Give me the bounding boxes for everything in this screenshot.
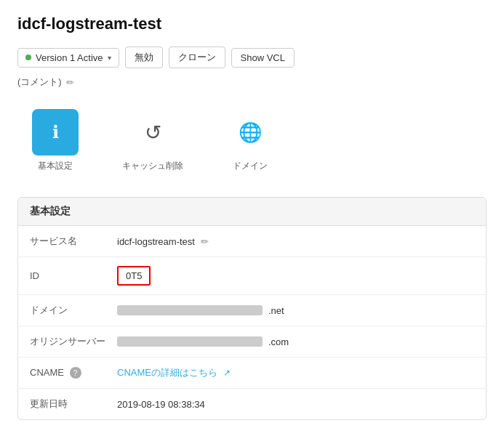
version-label: Version 1 Active <box>36 52 103 63</box>
id-box: 0T5 <box>117 266 151 286</box>
domain-blurred <box>117 305 263 315</box>
basic-settings-icon: ℹ <box>32 109 79 156</box>
show-vcl-button[interactable]: Show VCL <box>231 48 295 68</box>
cname-row: CNAME ? CNAMEの詳細はこちら ↗ <box>18 358 486 389</box>
domain-row: ドメイン .net <box>18 295 486 326</box>
external-link-icon: ↗ <box>223 368 231 378</box>
id-label: ID <box>30 270 117 281</box>
domain-label: ドメイン <box>30 304 117 317</box>
cache-purge-icon: ↺ <box>129 109 176 156</box>
chevron-down-icon: ▾ <box>108 54 111 62</box>
comment-row: (コメント) ✏ <box>17 76 487 89</box>
nav-label-basic: 基本設定 <box>38 160 73 172</box>
service-name-row: サービス名 idcf-logstream-test ✏ <box>18 226 486 257</box>
cname-link[interactable]: CNAMEの詳細はこちら <box>117 366 217 379</box>
nav-item-cache[interactable]: ↺ キャッシュ削除 <box>122 109 183 172</box>
origin-server-blurred <box>117 336 263 347</box>
updated-at-value: 2019-08-19 08:38:34 <box>117 399 474 410</box>
updated-at-text: 2019-08-19 08:38:34 <box>117 399 205 410</box>
service-name-value: idcf-logstream-test ✏ <box>117 236 474 247</box>
edit-service-name-icon[interactable]: ✏ <box>201 236 209 247</box>
domain-value: .net <box>117 305 474 316</box>
cname-label: CNAME ? <box>30 367 117 379</box>
service-name-text: idcf-logstream-test <box>117 236 195 247</box>
nav-icons: ℹ 基本設定 ↺ キャッシュ削除 🌐 ドメイン <box>17 102 487 179</box>
toolbar: Version 1 Active ▾ 無効 クローン Show VCL <box>17 47 487 68</box>
domain-suffix: .net <box>268 305 284 316</box>
page-title: idcf-logstream-test <box>17 15 487 33</box>
nav-item-basic[interactable]: ℹ 基本設定 <box>32 109 79 172</box>
version-button[interactable]: Version 1 Active ▾ <box>17 48 119 68</box>
updated-at-row: 更新日時 2019-08-19 08:38:34 <box>18 389 486 419</box>
service-name-label: サービス名 <box>30 235 117 248</box>
disable-button[interactable]: 無効 <box>125 47 163 68</box>
basic-settings-section: 基本設定 サービス名 idcf-logstream-test ✏ ID 0T5 … <box>17 197 487 420</box>
origin-server-value: .com <box>117 336 474 347</box>
cname-value: CNAMEの詳細はこちら ↗ <box>117 366 474 379</box>
clone-button[interactable]: クローン <box>169 47 225 68</box>
domain-icon: 🌐 <box>227 109 273 156</box>
origin-server-label: オリジンサーバー <box>30 335 117 348</box>
nav-label-cache: キャッシュ削除 <box>122 160 183 172</box>
version-status-dot <box>25 55 31 60</box>
origin-server-row: オリジンサーバー .com <box>18 326 486 358</box>
nav-label-domain: ドメイン <box>233 160 268 172</box>
id-value: 0T5 <box>117 266 474 286</box>
edit-comment-icon[interactable]: ✏ <box>66 77 74 88</box>
nav-item-domain[interactable]: 🌐 ドメイン <box>227 109 273 172</box>
cname-question-icon: ? <box>70 367 81 379</box>
updated-at-label: 更新日時 <box>30 397 117 411</box>
comment-label: (コメント) <box>17 76 62 89</box>
section-title: 基本設定 <box>18 198 486 226</box>
id-row: ID 0T5 <box>18 257 486 295</box>
origin-server-suffix: .com <box>268 336 289 347</box>
